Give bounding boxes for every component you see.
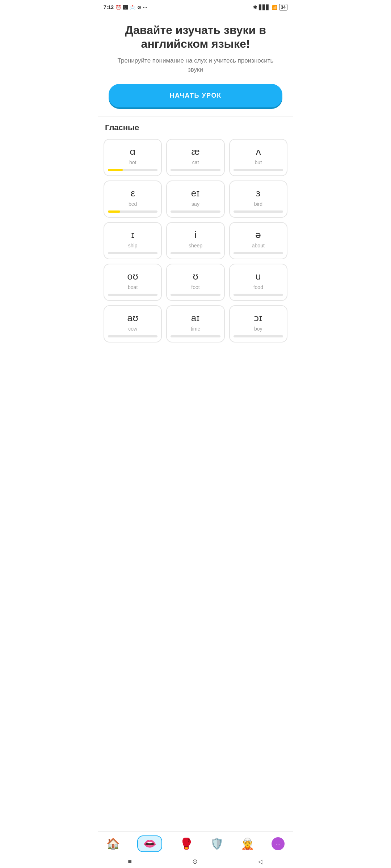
phoneme-card-but[interactable]: ʌbut <box>229 139 287 176</box>
phoneme-symbol-sheep: i <box>171 229 220 241</box>
phoneme-card-time[interactable]: aɪtime <box>166 305 224 342</box>
phoneme-card-boat[interactable]: oʊboat <box>104 264 162 301</box>
notification-icon-2: 📩 <box>130 5 135 10</box>
subtitle: Тренируйте понимание на слух и учитесь п… <box>112 56 279 75</box>
phoneme-symbol-but: ʌ <box>234 146 283 157</box>
phoneme-card-food[interactable]: ufood <box>229 264 287 301</box>
vowels-title: Гласные <box>104 123 287 132</box>
phoneme-symbol-bed: ɛ <box>108 188 157 199</box>
phoneme-word-hot: hot <box>108 159 157 165</box>
phoneme-symbol-ship: ɪ <box>108 229 157 241</box>
header-section: Давайте изучать звуки в английском языке… <box>98 13 293 80</box>
phoneme-word-bird: bird <box>234 201 283 207</box>
phoneme-word-food: food <box>234 284 283 290</box>
phoneme-symbol-bird: ɜ <box>234 188 283 199</box>
progress-bar-fill-bed <box>108 210 120 213</box>
phoneme-symbol-boy: ɔɪ <box>234 312 283 324</box>
phoneme-word-bed: bed <box>108 201 157 207</box>
bluetooth-icon: ✱ <box>253 5 257 10</box>
phoneme-card-about[interactable]: əabout <box>229 222 287 259</box>
progress-bar-bg-cat <box>171 169 220 171</box>
phoneme-word-cat: cat <box>171 159 220 165</box>
phoneme-card-sheep[interactable]: isheep <box>166 222 224 259</box>
section-divider <box>98 116 293 116</box>
phoneme-card-bird[interactable]: ɜbird <box>229 180 287 218</box>
phoneme-symbol-hot: ɑ <box>108 146 157 157</box>
vowels-section: Гласные ɑhotæcatʌbutɛbedeɪsayɜbirdɪshipi… <box>98 123 293 342</box>
start-lesson-button[interactable]: НАЧАТЬ УРОК <box>109 84 282 107</box>
phoneme-word-but: but <box>234 159 283 165</box>
progress-bar-bg-time <box>171 335 220 337</box>
phoneme-grid: ɑhotæcatʌbutɛbedeɪsayɜbirdɪshipisheepəab… <box>104 139 287 342</box>
notification-icon-1: 🅱 <box>123 5 128 10</box>
progress-bar-bg-bed <box>108 210 157 213</box>
phoneme-word-foot: foot <box>171 284 220 290</box>
phoneme-symbol-boat: oʊ <box>108 271 157 282</box>
progress-bar-bg-hot <box>108 169 157 171</box>
status-right: ✱ ▋▋▋ 📶 34 <box>253 4 287 10</box>
progress-bar-bg-but <box>234 169 283 171</box>
phoneme-symbol-say: eɪ <box>171 188 220 199</box>
phoneme-card-hot[interactable]: ɑhot <box>104 139 162 176</box>
phoneme-word-say: say <box>171 201 220 207</box>
phoneme-card-say[interactable]: eɪsay <box>166 180 224 218</box>
progress-bar-bg-boy <box>234 335 283 337</box>
phoneme-word-ship: ship <box>108 243 157 248</box>
battery-icon: 34 <box>279 4 287 10</box>
progress-bar-bg-ship <box>108 252 157 254</box>
progress-bar-bg-bird <box>234 210 283 213</box>
status-left: 7:12 ⏰ 🅱 📩 ⊘ ··· <box>104 4 147 10</box>
phoneme-word-time: time <box>171 326 220 332</box>
progress-bar-fill-hot <box>108 169 123 171</box>
progress-bar-bg-cow <box>108 335 157 337</box>
phoneme-word-cow: cow <box>108 326 157 332</box>
progress-bar-bg-boat <box>108 294 157 296</box>
phoneme-symbol-cat: æ <box>171 146 220 157</box>
notification-icon-3: ⊘ <box>137 5 141 10</box>
phoneme-word-about: about <box>234 243 283 248</box>
progress-bar-bg-sheep <box>171 252 220 254</box>
wifi-icon: 📶 <box>272 5 277 10</box>
phoneme-symbol-about: ə <box>234 229 283 241</box>
phoneme-card-bed[interactable]: ɛbed <box>104 180 162 218</box>
phoneme-word-boat: boat <box>108 284 157 290</box>
phoneme-symbol-cow: aʊ <box>108 312 157 324</box>
phoneme-card-ship[interactable]: ɪship <box>104 222 162 259</box>
main-title: Давайте изучать звуки в английском языке… <box>112 23 279 51</box>
phoneme-card-foot[interactable]: ʊfoot <box>166 264 224 301</box>
start-button-wrapper: НАЧАТЬ УРОК <box>98 80 293 116</box>
signal-icon: ▋▋▋ <box>259 5 270 10</box>
progress-bar-bg-about <box>234 252 283 254</box>
progress-bar-bg-foot <box>171 294 220 296</box>
more-dots-icon: ··· <box>143 5 147 10</box>
phoneme-card-cow[interactable]: aʊcow <box>104 305 162 342</box>
status-bar: 7:12 ⏰ 🅱 📩 ⊘ ··· ✱ ▋▋▋ 📶 34 <box>98 0 293 13</box>
phoneme-card-cat[interactable]: æcat <box>166 139 224 176</box>
phoneme-card-boy[interactable]: ɔɪboy <box>229 305 287 342</box>
status-time: 7:12 <box>104 4 114 10</box>
alarm-icon: ⏰ <box>115 5 121 10</box>
phoneme-word-boy: boy <box>234 326 283 332</box>
phoneme-symbol-foot: ʊ <box>171 271 220 282</box>
phoneme-symbol-food: u <box>234 271 283 282</box>
phoneme-symbol-time: aɪ <box>171 312 220 324</box>
phoneme-word-sheep: sheep <box>171 243 220 248</box>
progress-bar-bg-food <box>234 294 283 296</box>
progress-bar-bg-say <box>171 210 220 213</box>
